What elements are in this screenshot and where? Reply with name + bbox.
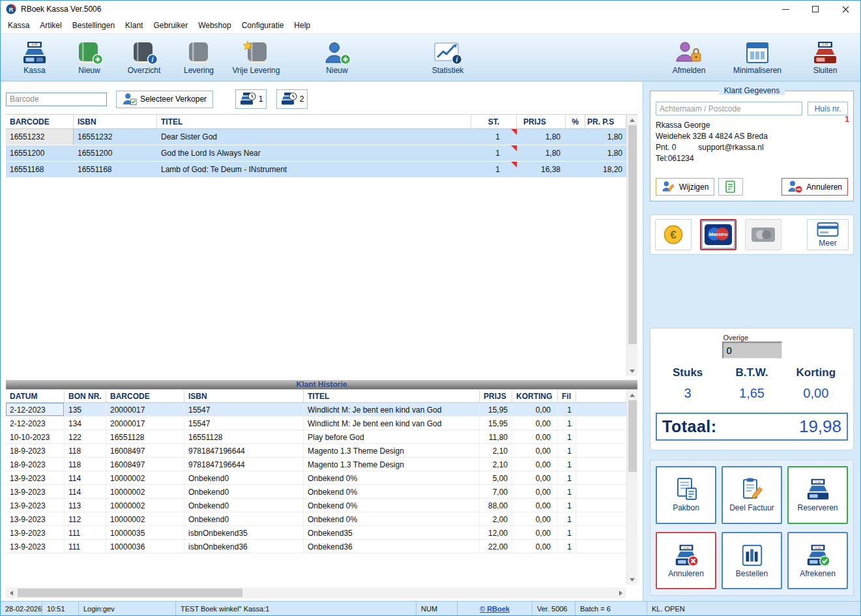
toolbar-overzicht[interactable]: i Overzicht	[117, 40, 171, 75]
pay-more-button[interactable]: Meer	[807, 219, 849, 250]
scroll-right-icon[interactable]	[615, 588, 626, 598]
close-button[interactable]	[830, 1, 860, 18]
edit-customer-button[interactable]: Wijzigen	[656, 178, 714, 196]
sale-scrollbar[interactable]	[626, 115, 637, 376]
toolbar-levering[interactable]: Levering	[171, 40, 226, 75]
toolbar-sluiten[interactable]: 0.00 Sluiten	[796, 40, 854, 75]
sale-row[interactable]: 16551232 16551232 Dear Sister God 1 1,80…	[6, 129, 626, 145]
scrollbar-thumb[interactable]	[18, 589, 242, 597]
customer-search-row	[656, 102, 848, 115]
history-row[interactable]: 2-12-2023 135 20000017 15547 Windlicht M…	[6, 403, 626, 417]
col-isbn[interactable]: ISBN	[184, 390, 304, 402]
toolbar-statistiek[interactable]: i Statistiek	[418, 40, 477, 75]
history-row[interactable]: 13-9-2023 111 10000036 isbnOnbekend36 On…	[6, 540, 626, 553]
statusbar: 28-02-2026 10:51 Login:gev TEST Boek win…	[1, 601, 860, 615]
menu-item-configuratie[interactable]: Configuratie	[237, 18, 289, 33]
pay-cash-button[interactable]: €	[655, 219, 692, 250]
history-row[interactable]: 18-9-2023 118 16008497 9781847196644 Mag…	[6, 444, 626, 458]
scroll-up-icon[interactable]	[627, 390, 638, 400]
col-fil[interactable]: Fil	[558, 390, 576, 402]
select-seller-button[interactable]: Selecteer Verkoper	[116, 91, 213, 108]
col-titel[interactable]: TITEL	[157, 115, 471, 128]
history-row[interactable]: 13-9-2023 114 10000002 Onbekend0 Onbeken…	[6, 485, 626, 499]
cell-korting: 0,00	[512, 403, 558, 416]
history-row[interactable]: 13-9-2023 111 10000035 isbnOnbekend35 On…	[6, 526, 626, 540]
svg-text:€: €	[670, 229, 677, 241]
pause-sale-2-button[interactable]: 2	[276, 89, 308, 109]
history-row[interactable]: 13-9-2023 112 10000002 Onbekend0 Onbeken…	[6, 512, 626, 526]
history-row[interactable]: 2-12-2023 134 20000017 15547 Windlicht M…	[6, 417, 626, 430]
cell-titel: Lamb of God: Te Deum - INstrument	[157, 162, 471, 177]
history-horizontal-scrollbar[interactable]	[6, 587, 626, 598]
menu-item-artikel[interactable]: Artikel	[35, 18, 66, 33]
scroll-down-icon[interactable]	[627, 366, 638, 376]
col-barcode[interactable]: BARCODE	[106, 390, 184, 402]
col-titel[interactable]: TITEL	[304, 390, 480, 402]
bestellen-button[interactable]: Bestellen	[722, 532, 782, 590]
toolbar-nieuw-klant[interactable]: Nieuw	[311, 40, 363, 75]
cell-datum: 13-9-2023	[6, 512, 65, 525]
scrollbar-thumb[interactable]	[628, 125, 637, 344]
surname-postcode-input[interactable]	[656, 102, 802, 115]
history-row[interactable]: 10-10-2023 122 16551128 16551128 Play be…	[6, 430, 626, 444]
minimize-button[interactable]	[770, 1, 800, 18]
menu-item-bestellingen[interactable]: Bestellingen	[67, 18, 120, 33]
col-bon[interactable]: BON NR.	[65, 390, 106, 402]
scroll-down-icon[interactable]	[627, 574, 638, 585]
menu-item-webshop[interactable]: Webshop	[193, 18, 236, 33]
maximize-button[interactable]	[800, 1, 830, 18]
scroll-up-icon[interactable]	[627, 115, 638, 125]
col-prijs[interactable]: PRIJS	[480, 390, 512, 402]
toolbar-afmelden[interactable]: Afmelden	[660, 40, 718, 75]
order-box-icon	[740, 543, 765, 568]
deel-factuur-button[interactable]: Deel Factuur	[722, 466, 782, 524]
cell-barcode: 10000036	[106, 540, 184, 553]
menu-item-kassa[interactable]: Kassa	[3, 18, 35, 33]
sale-row[interactable]: 16551168 16551168 Lamb of God: Te Deum -…	[6, 162, 626, 178]
toolbar-nieuw-artikel[interactable]: Nieuw	[62, 40, 117, 75]
cell-pct	[566, 129, 585, 145]
scrollbar-thumb[interactable]	[628, 400, 637, 472]
pause-sale-1-button[interactable]: 1	[235, 89, 267, 109]
pakbon-button[interactable]: Pakbon	[656, 466, 716, 524]
maestro-icon: Maestro	[704, 224, 733, 246]
overige-input[interactable]	[722, 342, 782, 359]
toolbar-kassa[interactable]: 0.00 Kassa	[7, 40, 62, 75]
col-pct[interactable]: %	[566, 115, 585, 128]
total-box: Totaal: 19,98	[656, 413, 848, 441]
pay-maestro-button[interactable]: Maestro	[700, 219, 737, 250]
customer-phone: Tel:061234	[656, 154, 848, 163]
col-prijs[interactable]: PRIJS	[517, 115, 566, 128]
col-korting[interactable]: KORTING	[512, 390, 558, 402]
house-number-input[interactable]	[808, 102, 848, 115]
cancel-register-icon: 0.00	[673, 543, 699, 568]
col-datum[interactable]: DATUM	[6, 390, 65, 402]
pay-card-button[interactable]	[745, 219, 781, 250]
toolbar-label: Overzicht	[128, 66, 161, 75]
col-st[interactable]: ST.	[471, 115, 517, 128]
menu-item-klant[interactable]: Klant	[120, 18, 148, 33]
customer-document-button[interactable]	[718, 178, 743, 196]
rboek-link[interactable]: © RBoek	[480, 605, 510, 613]
cancel-customer-button[interactable]: Annuleren	[781, 178, 848, 196]
col-isbn[interactable]: ISBN	[74, 115, 157, 128]
status-register-state: KL. OPEN	[647, 602, 860, 615]
cell-bon: 118	[65, 444, 106, 457]
history-scrollbar[interactable]	[626, 390, 637, 585]
menu-item-gebruiker[interactable]: Gebruiker	[148, 18, 193, 33]
toolbar-minimaliseren[interactable]: Minimaliseren	[718, 40, 796, 75]
scroll-left-icon[interactable]	[6, 588, 16, 598]
history-row[interactable]: 13-9-2023 113 10000002 Onbekend0 Onbeken…	[6, 499, 626, 512]
cell-pct	[566, 162, 585, 177]
sale-row[interactable]: 16551200 16551200 God the Lord Is Always…	[6, 145, 626, 162]
col-barcode[interactable]: BARCODE	[6, 115, 74, 128]
barcode-input[interactable]	[6, 93, 107, 106]
toolbar-vrije-levering[interactable]: Vrije Levering	[226, 40, 286, 75]
col-prps[interactable]: PR. P.S	[585, 115, 626, 128]
history-row[interactable]: 13-9-2023 114 10000002 Onbekend0 Onbeken…	[6, 471, 626, 485]
afrekenen-button[interactable]: 0.00 Afrekenen	[787, 532, 848, 590]
annuleren-button[interactable]: 0.00 Annuleren	[656, 532, 716, 590]
history-row[interactable]: 18-9-2023 118 16008497 9781847196644 Mag…	[6, 458, 626, 471]
reserveren-button[interactable]: 0.00 Reserveren	[787, 466, 848, 524]
menu-item-help[interactable]: Help	[289, 18, 315, 33]
